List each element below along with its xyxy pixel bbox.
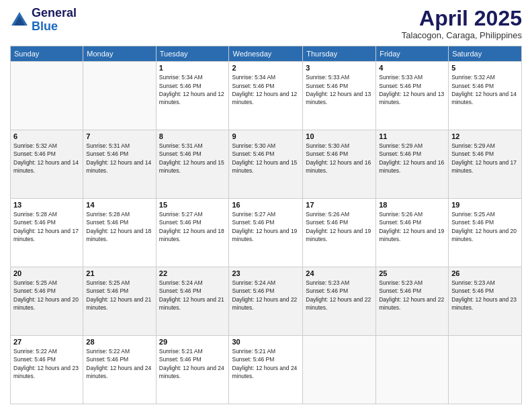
table-row: 15Sunrise: 5:27 AMSunset: 5:46 PMDayligh…	[156, 199, 229, 267]
cell-day-number: 14	[86, 201, 152, 209]
cell-day-number: 20	[13, 269, 80, 277]
table-row: 29Sunrise: 5:21 AMSunset: 5:46 PMDayligh…	[156, 336, 229, 404]
cell-day-number: 16	[232, 201, 300, 209]
table-row: 13Sunrise: 5:28 AMSunset: 5:46 PMDayligh…	[11, 199, 83, 267]
cell-day-number: 11	[379, 132, 445, 140]
cell-info: Sunrise: 5:26 AMSunset: 5:46 PMDaylight:…	[379, 210, 445, 243]
cell-info: Sunrise: 5:31 AMSunset: 5:46 PMDaylight:…	[159, 142, 226, 175]
cell-day-number: 21	[86, 269, 152, 277]
table-row: 3Sunrise: 5:33 AMSunset: 5:46 PMDaylight…	[303, 62, 376, 130]
table-row: 5Sunrise: 5:32 AMSunset: 5:46 PMDaylight…	[449, 62, 522, 130]
table-row	[11, 62, 83, 130]
cell-day-number: 30	[232, 338, 300, 346]
cell-day-number: 25	[379, 269, 445, 277]
cell-day-number: 9	[232, 132, 300, 140]
cell-info: Sunrise: 5:25 AMSunset: 5:46 PMDaylight:…	[86, 279, 152, 312]
cell-info: Sunrise: 5:31 AMSunset: 5:46 PMDaylight:…	[86, 142, 152, 175]
logo: General Blue	[10, 7, 77, 34]
cell-day-number: 5	[451, 64, 519, 72]
header: General Blue April 2025 Talacogon, Carag…	[10, 7, 522, 40]
cell-day-number: 10	[306, 132, 373, 140]
table-row: 9Sunrise: 5:30 AMSunset: 5:46 PMDaylight…	[229, 130, 303, 199]
cell-day-number: 2	[232, 64, 300, 72]
cell-info: Sunrise: 5:32 AMSunset: 5:46 PMDaylight:…	[451, 73, 519, 106]
cell-day-number: 22	[159, 269, 226, 277]
cell-info: Sunrise: 5:33 AMSunset: 5:46 PMDaylight:…	[379, 73, 445, 106]
week-row-3: 13Sunrise: 5:28 AMSunset: 5:46 PMDayligh…	[11, 199, 522, 267]
cell-info: Sunrise: 5:27 AMSunset: 5:46 PMDaylight:…	[232, 210, 300, 243]
cell-day-number: 3	[306, 64, 373, 72]
table-row: 30Sunrise: 5:21 AMSunset: 5:46 PMDayligh…	[229, 336, 303, 404]
cell-info: Sunrise: 5:33 AMSunset: 5:46 PMDaylight:…	[306, 73, 373, 106]
cell-info: Sunrise: 5:23 AMSunset: 5:46 PMDaylight:…	[451, 279, 519, 312]
cell-info: Sunrise: 5:34 AMSunset: 5:46 PMDaylight:…	[159, 73, 226, 106]
table-row: 21Sunrise: 5:25 AMSunset: 5:46 PMDayligh…	[83, 267, 156, 336]
week-row-1: 1Sunrise: 5:34 AMSunset: 5:46 PMDaylight…	[11, 62, 522, 130]
table-row: 27Sunrise: 5:22 AMSunset: 5:46 PMDayligh…	[11, 336, 83, 404]
table-row	[376, 336, 449, 404]
cell-info: Sunrise: 5:34 AMSunset: 5:46 PMDaylight:…	[232, 73, 300, 106]
cell-info: Sunrise: 5:21 AMSunset: 5:46 PMDaylight:…	[232, 347, 300, 380]
cell-info: Sunrise: 5:23 AMSunset: 5:46 PMDaylight:…	[379, 279, 445, 312]
cell-info: Sunrise: 5:30 AMSunset: 5:46 PMDaylight:…	[232, 142, 300, 175]
week-row-4: 20Sunrise: 5:25 AMSunset: 5:46 PMDayligh…	[11, 267, 522, 336]
table-row: 8Sunrise: 5:31 AMSunset: 5:46 PMDaylight…	[156, 130, 229, 199]
table-row: 16Sunrise: 5:27 AMSunset: 5:46 PMDayligh…	[229, 199, 303, 267]
cell-info: Sunrise: 5:24 AMSunset: 5:46 PMDaylight:…	[159, 279, 226, 312]
cell-day-number: 28	[86, 338, 152, 346]
cell-day-number: 13	[13, 201, 80, 209]
table-row: 17Sunrise: 5:26 AMSunset: 5:46 PMDayligh…	[303, 199, 376, 267]
calendar-table: Sunday Monday Tuesday Wednesday Thursday…	[10, 46, 522, 404]
table-row: 19Sunrise: 5:25 AMSunset: 5:46 PMDayligh…	[449, 199, 522, 267]
cell-day-number: 6	[13, 132, 80, 140]
title-block: April 2025 Talacogon, Caraga, Philippine…	[402, 7, 522, 40]
cell-info: Sunrise: 5:23 AMSunset: 5:46 PMDaylight:…	[306, 279, 373, 312]
logo-general: General	[32, 6, 77, 19]
logo-icon	[10, 11, 29, 30]
col-monday: Monday	[83, 46, 156, 62]
cell-day-number: 18	[379, 201, 445, 209]
table-row: 23Sunrise: 5:24 AMSunset: 5:46 PMDayligh…	[229, 267, 303, 336]
cell-day-number: 7	[86, 132, 152, 140]
logo-blue: Blue	[32, 19, 58, 33]
cell-day-number: 19	[451, 201, 519, 209]
cell-info: Sunrise: 5:32 AMSunset: 5:46 PMDaylight:…	[13, 142, 80, 175]
col-thursday: Thursday	[303, 46, 376, 62]
col-wednesday: Wednesday	[229, 46, 303, 62]
table-row	[303, 336, 376, 404]
month-title: April 2025	[402, 7, 522, 30]
cell-info: Sunrise: 5:25 AMSunset: 5:46 PMDaylight:…	[451, 210, 519, 243]
cell-day-number: 12	[451, 132, 519, 140]
table-row: 20Sunrise: 5:25 AMSunset: 5:46 PMDayligh…	[11, 267, 83, 336]
table-row: 12Sunrise: 5:29 AMSunset: 5:46 PMDayligh…	[449, 130, 522, 199]
cell-day-number: 23	[232, 269, 300, 277]
cell-info: Sunrise: 5:26 AMSunset: 5:46 PMDaylight:…	[306, 210, 373, 243]
col-sunday: Sunday	[11, 46, 83, 62]
cell-info: Sunrise: 5:28 AMSunset: 5:46 PMDaylight:…	[86, 210, 152, 243]
table-row: 6Sunrise: 5:32 AMSunset: 5:46 PMDaylight…	[11, 130, 83, 199]
col-tuesday: Tuesday	[156, 46, 229, 62]
location-subtitle: Talacogon, Caraga, Philippines	[402, 30, 522, 40]
table-row: 26Sunrise: 5:23 AMSunset: 5:46 PMDayligh…	[449, 267, 522, 336]
table-row: 4Sunrise: 5:33 AMSunset: 5:46 PMDaylight…	[376, 62, 449, 130]
cell-day-number: 26	[451, 269, 519, 277]
cell-day-number: 8	[159, 132, 226, 140]
page: General Blue April 2025 Talacogon, Carag…	[0, 0, 532, 411]
table-row: 10Sunrise: 5:30 AMSunset: 5:46 PMDayligh…	[303, 130, 376, 199]
week-row-2: 6Sunrise: 5:32 AMSunset: 5:46 PMDaylight…	[11, 130, 522, 199]
col-friday: Friday	[376, 46, 449, 62]
calendar-header-row: Sunday Monday Tuesday Wednesday Thursday…	[11, 46, 522, 62]
cell-info: Sunrise: 5:24 AMSunset: 5:46 PMDaylight:…	[232, 279, 300, 312]
cell-info: Sunrise: 5:27 AMSunset: 5:46 PMDaylight:…	[159, 210, 226, 243]
cell-info: Sunrise: 5:22 AMSunset: 5:46 PMDaylight:…	[13, 347, 80, 380]
cell-info: Sunrise: 5:22 AMSunset: 5:46 PMDaylight:…	[86, 347, 152, 380]
week-row-5: 27Sunrise: 5:22 AMSunset: 5:46 PMDayligh…	[11, 336, 522, 404]
cell-info: Sunrise: 5:25 AMSunset: 5:46 PMDaylight:…	[13, 279, 80, 312]
table-row: 28Sunrise: 5:22 AMSunset: 5:46 PMDayligh…	[83, 336, 156, 404]
cell-day-number: 4	[379, 64, 445, 72]
cell-info: Sunrise: 5:29 AMSunset: 5:46 PMDaylight:…	[379, 142, 445, 175]
cell-day-number: 24	[306, 269, 373, 277]
cell-day-number: 15	[159, 201, 226, 209]
cell-day-number: 27	[13, 338, 80, 346]
table-row: 22Sunrise: 5:24 AMSunset: 5:46 PMDayligh…	[156, 267, 229, 336]
